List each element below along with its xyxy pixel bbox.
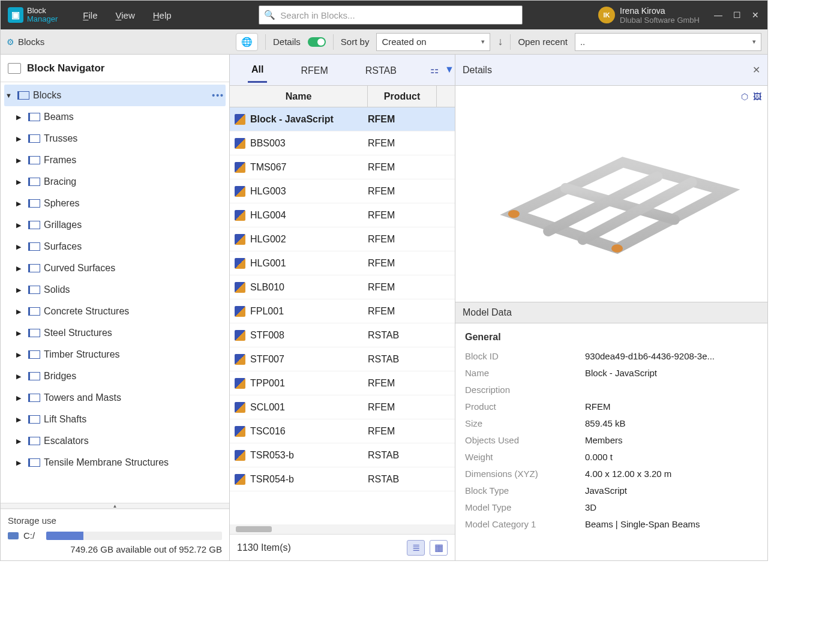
table-row[interactable]: TSC016RFEM [230, 419, 455, 443]
model-preview[interactable] [458, 105, 765, 299]
sortby-select[interactable]: Created on ▾ [376, 33, 490, 51]
tree-item[interactable]: ▶Escalators [4, 430, 226, 452]
tree-item[interactable]: ▶Trusses [4, 128, 226, 149]
columns-icon[interactable]: ⚏ [430, 64, 439, 76]
category-icon [28, 458, 40, 467]
tree-item[interactable]: ▶Timber Structures [4, 344, 226, 365]
tree-item[interactable]: ▶Bridges [4, 365, 226, 387]
table-row[interactable]: HLG003RFEM [230, 179, 455, 203]
table-row[interactable]: FPL001RFEM [230, 299, 455, 323]
expand-icon[interactable]: ▶ [16, 221, 25, 229]
details-close-icon[interactable]: ✕ [752, 64, 760, 76]
column-header-name[interactable]: Name [230, 86, 368, 107]
openrecent-select[interactable]: .. ▾ [575, 33, 761, 51]
column-header-product[interactable]: Product [368, 86, 437, 107]
menu-help[interactable]: Help [153, 10, 172, 20]
tree-item[interactable]: ▶Concrete Structures [4, 301, 226, 322]
tree-item[interactable]: ▶Tensile Membrane Structures [4, 452, 226, 473]
tree-root-more[interactable]: ••• [212, 91, 224, 100]
drive-bar [46, 532, 222, 540]
expand-icon[interactable]: ▶ [16, 351, 25, 359]
table-row[interactable]: STF008RSTAB [230, 323, 455, 347]
expand-icon[interactable]: ▶ [16, 200, 25, 208]
grid-view-button[interactable]: ▦ [430, 540, 448, 556]
tree-item[interactable]: ▶Steel Structures [4, 322, 226, 344]
expand-icon[interactable]: ▶ [16, 394, 25, 402]
search-container[interactable]: 🔍 [259, 5, 523, 25]
table-row[interactable]: HLG002RFEM [230, 227, 455, 251]
model-data-bar[interactable]: Model Data [455, 302, 767, 323]
close-button[interactable]: ✕ [752, 10, 759, 20]
image-icon[interactable]: 🖼 [753, 92, 761, 101]
tree-item[interactable]: ▶Spheres [4, 193, 226, 214]
block-list[interactable]: Block - JavaScriptRFEMBBS003RFEMTMS067RF… [230, 107, 455, 524]
collapse-icon[interactable]: ▼ [5, 92, 14, 99]
tree-item[interactable]: ▶Solids [4, 279, 226, 301]
tab-all[interactable]: All [248, 57, 267, 83]
maximize-button[interactable]: ☐ [733, 10, 741, 20]
menu-file[interactable]: File [83, 10, 97, 20]
property-value: Block - JavaScript [585, 368, 758, 378]
minimize-button[interactable]: — [714, 10, 722, 20]
list-view-button[interactable]: ≣ [407, 540, 425, 556]
category-icon [28, 178, 40, 186]
property-key: Block ID [465, 351, 585, 361]
search-input[interactable] [279, 10, 517, 21]
table-row[interactable]: HLG004RFEM [230, 203, 455, 227]
tree-root-blocks[interactable]: ▼ Blocks ••• [4, 85, 226, 106]
category-icon [28, 199, 40, 208]
expand-icon[interactable]: ▶ [16, 113, 25, 121]
svg-point-0 [508, 209, 520, 217]
table-row[interactable]: BBS003RFEM [230, 131, 455, 155]
table-row[interactable]: SCL001RFEM [230, 395, 455, 419]
expand-icon[interactable]: ▶ [16, 329, 25, 337]
tree-item[interactable]: ▶Bracing [4, 171, 226, 193]
sort-direction-button[interactable]: ↓ [497, 35, 503, 48]
expand-icon[interactable]: ▶ [16, 286, 25, 294]
expand-icon[interactable]: ▶ [16, 135, 25, 143]
expand-icon[interactable]: ▶ [16, 416, 25, 424]
table-row[interactable]: TMS067RFEM [230, 155, 455, 179]
expand-icon[interactable]: ▶ [16, 437, 25, 445]
details-toggle[interactable] [308, 37, 326, 47]
avatar[interactable]: IK [598, 7, 615, 23]
sidebar-splitter[interactable]: ▲ [1, 503, 229, 509]
tree-item-label: Grillages [44, 220, 82, 230]
expand-icon[interactable]: ▶ [16, 243, 25, 251]
expand-icon[interactable]: ▶ [16, 157, 25, 164]
table-row[interactable]: HLG001RFEM [230, 251, 455, 275]
tree-item[interactable]: ▶Towers and Masts [4, 387, 226, 409]
tree-item[interactable]: ▶Curved Surfaces [4, 257, 226, 279]
expand-icon[interactable]: ▶ [16, 178, 25, 186]
tab-rfem[interactable]: RFEM [297, 58, 331, 82]
tree-item[interactable]: ▶Lift Shafts [4, 409, 226, 430]
table-row[interactable]: STF007RSTAB [230, 347, 455, 371]
expand-icon[interactable]: ▶ [16, 308, 25, 316]
tree-item[interactable]: ▶Beams [4, 106, 226, 128]
block-navigator-tree[interactable]: ▼ Blocks ••• ▶Beams▶Trusses▶Frames▶Braci… [1, 82, 229, 503]
row-name: HLG001 [250, 258, 368, 269]
tree-item[interactable]: ▶Frames [4, 149, 226, 171]
property-row: ProductRFEM [465, 398, 758, 415]
expand-icon[interactable]: ▶ [16, 265, 25, 272]
expand-icon[interactable]: ▶ [16, 373, 25, 380]
row-product: RFEM [368, 258, 437, 269]
table-row[interactable]: TSR054-bRSTAB [230, 467, 455, 491]
filter-icon[interactable]: ▼ [445, 64, 454, 76]
globe-button[interactable]: 🌐 [236, 33, 258, 51]
expand-icon[interactable]: ▶ [16, 459, 25, 467]
menu-view[interactable]: View [116, 10, 135, 20]
category-icon [28, 156, 40, 164]
tab-rstab[interactable]: RSTAB [362, 58, 400, 82]
property-key: Name [465, 368, 585, 378]
tree-item-label: Steel Structures [44, 328, 112, 338]
tree-root-label: Blocks [33, 90, 61, 101]
table-row[interactable]: TPP001RFEM [230, 371, 455, 395]
table-row[interactable]: Block - JavaScriptRFEM [230, 107, 455, 131]
table-row[interactable]: TSR053-bRSTAB [230, 443, 455, 467]
horizontal-scrollbar[interactable] [230, 524, 455, 534]
table-row[interactable]: SLB010RFEM [230, 275, 455, 299]
cube-icon[interactable]: ⬡ [741, 92, 748, 101]
tree-item[interactable]: ▶Surfaces [4, 236, 226, 257]
tree-item[interactable]: ▶Grillages [4, 214, 226, 236]
